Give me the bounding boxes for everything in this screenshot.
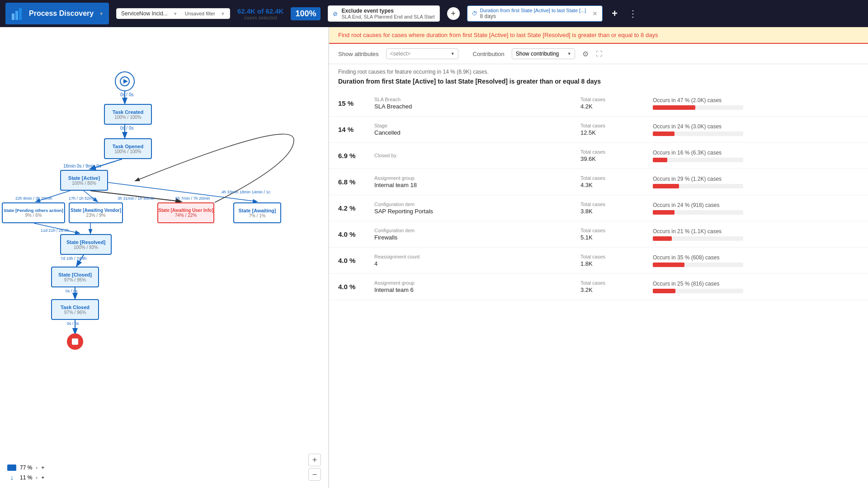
start-node[interactable] <box>115 71 135 91</box>
rca-occurs-col: Occurs in 21 % (1.1K) cases <box>653 228 859 241</box>
task-opened-node[interactable]: Task Opened 100% / 100% <box>104 138 152 159</box>
exclude-icon: ⊘ <box>333 10 338 17</box>
rca-attr-value: SLA Breached <box>374 103 580 110</box>
rca-total-col: Total cases 3.2K <box>580 280 653 293</box>
cases-sub: cases selected <box>244 15 277 20</box>
task-created-node[interactable]: Task Created 100% / 100% <box>104 104 152 125</box>
legend-label-1: 77 % <box>20 465 32 471</box>
filter-name-arrow: ▼ <box>173 11 178 16</box>
flow-legend: 77 % - + ↓ 11 % - + <box>7 465 44 481</box>
expand-icon[interactable]: ⛶ <box>596 50 602 57</box>
rca-table[interactable]: 15 % SLA Breach SLA Breached Total cases… <box>329 90 868 488</box>
rca-row[interactable]: 14 % Stage Cancelled Total cases 12.5K O… <box>329 117 868 143</box>
rca-row[interactable]: 4.0 % Configuration item Firewalls Total… <box>329 221 868 248</box>
zoom-controls: + − <box>308 454 321 481</box>
filter-sub-arrow: ▼ <box>221 11 225 16</box>
task-opened-time: 16min 0s / 9min 0s <box>63 164 101 169</box>
legend-plus-1[interactable]: + <box>41 465 44 471</box>
rca-occurs-col: Occurs in 25 % (816) cases <box>653 281 859 293</box>
rca-pct: 4.0 % <box>338 257 374 264</box>
rca-attr-value: Cancelled <box>374 129 580 136</box>
rca-bar-fill <box>653 131 675 136</box>
state-awaiting-user-label: State [Awaiting User Info] <box>158 208 213 213</box>
rca-attr-col: Stage Cancelled <box>374 123 580 136</box>
state-awaiting-node[interactable]: State [Awaiting] 7% / 1% <box>233 202 281 223</box>
state-pending-node[interactable]: State [Pending others action] 9% / 6% <box>2 202 65 223</box>
legend-box-2: ↓ <box>7 474 16 481</box>
flow-canvas[interactable]: 0s / 0s Task Created 100% / 100% 0s / 0s… <box>0 27 328 488</box>
rca-occurs-col: Occurs in 24 % (918) cases <box>653 202 859 215</box>
rca-attr-name: Assignment group <box>374 280 580 286</box>
rca-bar-fill <box>653 236 672 241</box>
rca-row[interactable]: 4.0 % Reassignment count 4 Total cases 1… <box>329 248 868 274</box>
rca-total-value: 1.8K <box>580 260 653 267</box>
legend-minus-2[interactable]: - <box>36 474 38 481</box>
rca-occurs-text: Occurs in 35 % (608) cases <box>653 254 859 261</box>
state-active-node[interactable]: State [Active] 100% / 80% <box>60 170 108 191</box>
rca-total-label: Total cases <box>580 123 653 128</box>
duration-pill[interactable]: ⏱ Duration from first State [Active] to … <box>467 5 603 22</box>
rca-pct: 6.8 % <box>338 178 374 186</box>
legend-label-2: 11 % <box>20 474 32 481</box>
filter-name-pill[interactable]: ServiceNow Incid... ▼ Unsaved filter ▼ <box>116 8 230 19</box>
legend-item-2: ↓ 11 % - + <box>7 474 44 481</box>
duration-close-icon[interactable]: ✕ <box>592 10 598 17</box>
legend-box-1 <box>7 465 16 471</box>
end-node[interactable] <box>67 333 83 350</box>
main-layout: 0s / 0s Task Created 100% / 100% 0s / 0s… <box>0 27 868 488</box>
show-attributes-select[interactable]: <select> <box>386 48 458 59</box>
state-awaiting-vendor-node[interactable]: State [Awaiting Vendor] 23% / 9% <box>69 202 123 223</box>
resolved-time: 7d 10h / 7d 9h <box>61 256 87 261</box>
rca-attr-value: SAP Reporting Portals <box>374 208 580 215</box>
cases-count: 62.4K of 62.4K <box>237 7 284 15</box>
pending-time: 22h 8min / 3h 20min <box>15 196 52 201</box>
add-filter-button[interactable]: + <box>447 7 460 20</box>
rca-pct: 4.0 % <box>338 283 374 291</box>
state-active-label: State [Active] <box>68 175 100 181</box>
add-duration-button[interactable]: + <box>612 8 618 19</box>
closed-time: 0s / 0s <box>66 289 78 293</box>
rca-row[interactable]: 15 % SLA Breach SLA Breached Total cases… <box>329 90 868 117</box>
rca-occurs-text: Occurs in 24 % (3.0K) cases <box>653 123 859 130</box>
rca-row[interactable]: 4.2 % Configuration item SAP Reporting P… <box>329 195 868 221</box>
zoom-in-button[interactable]: + <box>308 454 321 466</box>
rca-total-value: 12.5K <box>580 129 653 136</box>
show-attributes-select-wrapper[interactable]: <select> <box>386 48 458 59</box>
rca-bar-container <box>653 184 743 188</box>
exclude-pill[interactable]: ⊘ Exclude event types SLA End, SLA Plann… <box>328 5 439 22</box>
state-awaiting-vendor-pct: 23% / 9% <box>86 213 106 218</box>
task-created-time: 0s / 0s <box>120 126 133 131</box>
state-closed-node[interactable]: State [Closed] 97% / 95% <box>51 267 99 287</box>
loop-time: 4h 33min 18min 14min / 1c <box>222 190 270 194</box>
rca-attr-col: Configuration item Firewalls <box>374 228 580 241</box>
show-attributes-label: Show attributes <box>338 51 379 57</box>
rca-attr-value: Internal team 18 <box>374 182 580 188</box>
rca-row[interactable]: 4.0 % Assignment group Internal team 6 T… <box>329 274 868 300</box>
state-awaiting-label: State [Awaiting] <box>239 208 276 213</box>
zoom-out-button[interactable]: − <box>308 468 321 481</box>
awaiting-time: 5h 7min / 7h 20min <box>175 196 210 201</box>
percent-badge[interactable]: 100% <box>291 7 321 20</box>
rca-total-col: Total cases 1.8K <box>580 254 653 267</box>
show-contributing-select[interactable]: Show contributing <box>512 48 575 59</box>
duration-days: 8 days <box>480 13 586 19</box>
legend-plus-2[interactable]: + <box>41 474 44 481</box>
state-awaiting-user-node[interactable]: State [Awaiting User Info] 74% / 22% <box>157 202 214 223</box>
rca-total-value: 4.2K <box>580 103 653 110</box>
legend-minus-1[interactable]: - <box>36 465 38 471</box>
rca-occurs-text: Occurs in 24 % (918) cases <box>653 202 859 208</box>
start-time: 0s / 0s <box>120 92 133 97</box>
svg-rect-3 <box>23 10 24 20</box>
settings-icon[interactable]: ⚙ <box>582 50 589 58</box>
rca-bar-container <box>653 236 743 241</box>
show-contributing-select-wrapper[interactable]: Show contributing <box>512 48 575 59</box>
rca-row[interactable]: 6.8 % Assignment group Internal team 18 … <box>329 169 868 195</box>
kebab-menu-button[interactable]: ⋮ <box>625 6 641 21</box>
rca-occurs-col: Occurs in 47 % (2.0K) cases <box>653 97 859 110</box>
rca-row[interactable]: 6.9 % Closed by Total cases 39.6K Occurs… <box>329 143 868 169</box>
contribution-label: Contribution <box>473 51 505 57</box>
app-title-arrow[interactable]: ▼ <box>99 11 104 16</box>
task-closed-node[interactable]: Task Closed 97% / 96% <box>51 299 99 320</box>
state-resolved-node[interactable]: State [Resolved] 100% / 93% <box>60 234 112 255</box>
rca-occurs-text: Occurs in 47 % (2.0K) cases <box>653 97 859 103</box>
